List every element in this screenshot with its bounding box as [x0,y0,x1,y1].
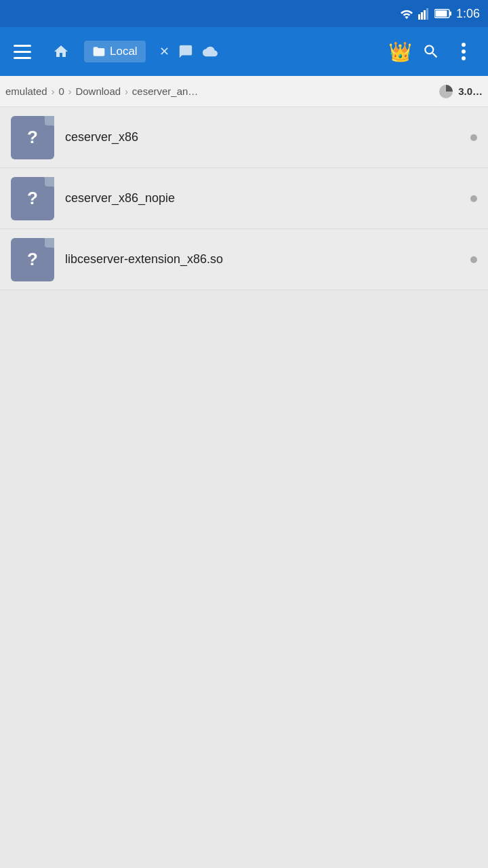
file-name-libceserver: libceserver-extension_x86.so [65,252,460,267]
svg-point-7 [462,43,466,47]
breadcrumb-ceserver[interactable]: ceserver_an… [132,85,199,97]
cloud-tab-button[interactable] [199,41,221,62]
battery-icon [434,9,452,18]
file-icon-libceserver: ? [11,238,54,281]
svg-point-9 [462,56,466,60]
home-button[interactable] [49,39,73,64]
svg-rect-5 [449,12,451,16]
file-dot-2 [470,195,477,202]
file-icon-ceserver-x86-nopie: ? [11,177,54,220]
search-icon [422,43,440,60]
status-time: 1:06 [456,7,480,21]
wifi-icon [399,7,414,20]
file-name-ceserver-x86: ceserver_x86 [65,130,460,144]
file-item[interactable]: ? ceserver_x86_nopie [0,168,488,229]
file-item[interactable]: ? ceserver_x86 [0,107,488,168]
status-bar: 1:06 [0,0,488,27]
search-button[interactable] [418,38,445,65]
file-dot-1 [470,134,477,141]
local-tab[interactable]: Local [84,41,146,62]
svg-rect-6 [435,11,447,17]
svg-rect-0 [418,14,420,20]
storage-info: 3.0… [438,83,483,100]
file-dot-3 [470,256,477,263]
status-icons: 1:06 [399,7,480,21]
app-bar: Local ✕ 👑 [0,27,488,76]
chat-tab-button[interactable] [175,41,197,62]
breadcrumb-bar: emulated › 0 › Download › ceserver_an… 3… [0,76,488,107]
breadcrumb-sep-2: › [66,86,75,97]
svg-rect-3 [426,8,428,20]
file-icon-ceserver-x86: ? [11,116,54,159]
file-list: ? ceserver_x86 ? ceserver_x86_nopie ? li… [0,107,488,290]
more-icon [462,43,466,60]
breadcrumb-sep-1: › [49,86,58,97]
signal-icon [418,7,430,20]
chat-icon [178,44,193,59]
app-bar-right: 👑 [388,38,477,65]
more-options-button[interactable] [450,38,477,65]
empty-area [0,290,488,868]
svg-rect-1 [421,12,423,20]
close-tab-button[interactable]: ✕ [157,44,172,59]
home-icon [53,43,69,60]
svg-rect-2 [424,10,426,20]
local-tab-label: Local [110,45,138,58]
tab-icons-right: ✕ [157,41,221,62]
cloud-icon [203,44,218,59]
svg-point-8 [462,50,466,54]
local-tab-icon [92,45,106,58]
hamburger-button[interactable] [11,38,38,65]
crown-button[interactable]: 👑 [388,41,412,63]
file-item[interactable]: ? libceserver-extension_x86.so [0,229,488,290]
breadcrumb-sep-3: › [122,86,131,97]
folder-icon [92,45,106,58]
file-name-ceserver-x86-nopie: ceserver_x86_nopie [65,191,460,205]
breadcrumb-download[interactable]: Download [75,85,121,97]
breadcrumb-0[interactable]: 0 [58,85,64,97]
breadcrumb-emulated[interactable]: emulated [5,85,47,97]
app-bar-left: Local ✕ [11,38,380,65]
storage-pie-chart [438,83,454,100]
storage-text: 3.0… [458,85,483,97]
